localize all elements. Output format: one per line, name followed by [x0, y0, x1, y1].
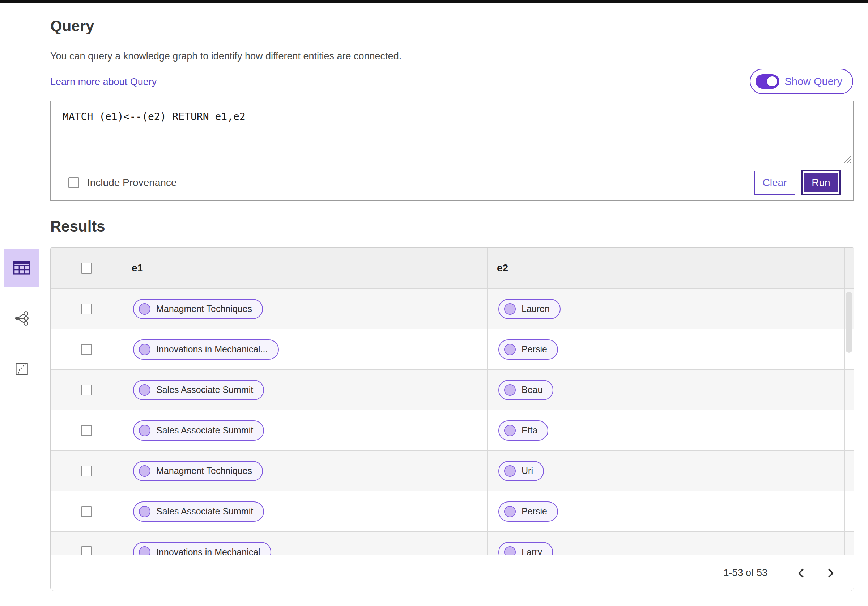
table-row: Sales Associate Summit Etta [51, 410, 854, 451]
select-all-checkbox[interactable] [81, 263, 92, 273]
entity-icon [504, 344, 516, 355]
table-row: Managment Techniques Uri [51, 451, 854, 491]
chevron-left-icon [797, 567, 806, 579]
results-table: e1 e2 Managment Techniques Lauren Innova… [50, 247, 854, 591]
entity-icon [504, 384, 516, 396]
results-section: Results [0, 218, 868, 591]
row-checkbox[interactable] [81, 546, 92, 555]
next-page-button[interactable] [822, 562, 839, 584]
entity-icon [139, 303, 150, 315]
scrollbar-track[interactable] [845, 532, 854, 555]
toggle-on-icon[interactable] [755, 74, 780, 89]
table-row: Sales Associate Summit Persie [51, 491, 854, 531]
resize-handle-icon[interactable] [843, 155, 851, 163]
map-view-button[interactable] [4, 350, 39, 388]
entity-pill[interactable]: Lauren [498, 299, 561, 319]
clear-button[interactable]: Clear [754, 171, 795, 195]
row-checkbox[interactable] [81, 425, 92, 436]
query-panel-header: Query You can query a knowledge graph to… [0, 17, 868, 87]
entity-icon [504, 506, 516, 517]
learn-more-link[interactable]: Learn more about Query [50, 76, 157, 87]
entity-pill[interactable]: Innovations in Mechanical [133, 542, 271, 555]
show-query-toggle-button[interactable]: Show Query [750, 69, 853, 94]
table-view-button[interactable] [4, 249, 39, 286]
pagination-bar: 1-53 of 53 [51, 555, 854, 591]
entity-icon [504, 303, 516, 315]
entity-pill[interactable]: Larry [498, 542, 553, 555]
include-provenance-checkbox[interactable] [68, 177, 79, 188]
window-top-bar [0, 0, 868, 3]
query-actions-row: Include Provenance Clear Run [51, 165, 853, 200]
row-checkbox[interactable] [81, 303, 92, 314]
show-query-label: Show Query [784, 76, 842, 87]
graph-view-button[interactable] [4, 300, 39, 337]
table-row: Sales Associate Summit Beau [51, 370, 854, 410]
query-text-input[interactable]: MATCH (e1)<--(e2) RETURN e1,e2 [51, 101, 853, 165]
scrollbar-track[interactable] [845, 370, 854, 410]
row-checkbox[interactable] [81, 466, 92, 477]
entity-pill[interactable]: Sales Associate Summit [133, 502, 264, 522]
table-row: Managment Techniques Lauren [51, 288, 854, 329]
column-header-e2: e2 [497, 262, 508, 274]
entity-pill[interactable]: Managment Techniques [133, 461, 263, 481]
entity-pill[interactable]: Sales Associate Summit [133, 380, 264, 400]
query-editor-panel: MATCH (e1)<--(e2) RETURN e1,e2 Include P… [50, 101, 854, 201]
row-checkbox[interactable] [81, 344, 92, 355]
entity-pill[interactable]: Beau [498, 380, 553, 400]
query-description: You can query a knowledge graph to ident… [50, 51, 854, 62]
previous-page-button[interactable] [793, 562, 809, 584]
entity-icon [139, 344, 150, 355]
run-button[interactable]: Run [801, 170, 841, 195]
scrollbar-track[interactable] [845, 248, 854, 288]
entity-pill[interactable]: Uri [498, 461, 544, 481]
entity-pill[interactable]: Etta [498, 420, 548, 441]
view-switcher [4, 249, 39, 388]
entity-pill[interactable]: Sales Associate Summit [133, 420, 264, 441]
entity-pill[interactable]: Managment Techniques [133, 299, 263, 319]
table-row: Innovations in Mechanical Larry [51, 531, 854, 555]
map-route-icon [14, 361, 29, 377]
entity-icon [504, 465, 516, 477]
row-checkbox[interactable] [81, 506, 92, 517]
table-header-row: e1 e2 [51, 248, 854, 288]
scrollbar-track[interactable] [845, 410, 854, 451]
scrollbar-track[interactable] [845, 451, 854, 491]
query-title: Query [50, 17, 854, 35]
chevron-right-icon [826, 567, 835, 579]
table-row: Innovations in Mechanical... Persie [51, 329, 854, 370]
app-window: Query You can query a knowledge graph to… [0, 0, 868, 606]
entity-icon [139, 546, 150, 555]
include-provenance-group: Include Provenance [68, 177, 177, 188]
pagination-range-label: 1-53 of 53 [723, 567, 767, 578]
entity-icon [139, 425, 150, 436]
entity-pill[interactable]: Innovations in Mechanical... [133, 339, 279, 360]
network-icon [13, 310, 30, 327]
entity-icon [504, 546, 516, 555]
entity-pill[interactable]: Persie [498, 502, 558, 522]
entity-icon [139, 384, 150, 396]
row-checkbox[interactable] [81, 385, 92, 395]
entity-pill[interactable]: Persie [498, 339, 558, 360]
entity-icon [504, 425, 516, 436]
results-title: Results [50, 218, 868, 235]
scrollbar-thumb[interactable] [846, 292, 852, 353]
entity-icon [139, 506, 150, 517]
entity-icon [139, 465, 150, 477]
include-provenance-label: Include Provenance [87, 177, 177, 188]
toggle-knob [766, 76, 778, 87]
column-header-e1: e1 [132, 262, 143, 274]
scrollbar-track[interactable] [845, 491, 854, 531]
table-icon [12, 258, 31, 278]
